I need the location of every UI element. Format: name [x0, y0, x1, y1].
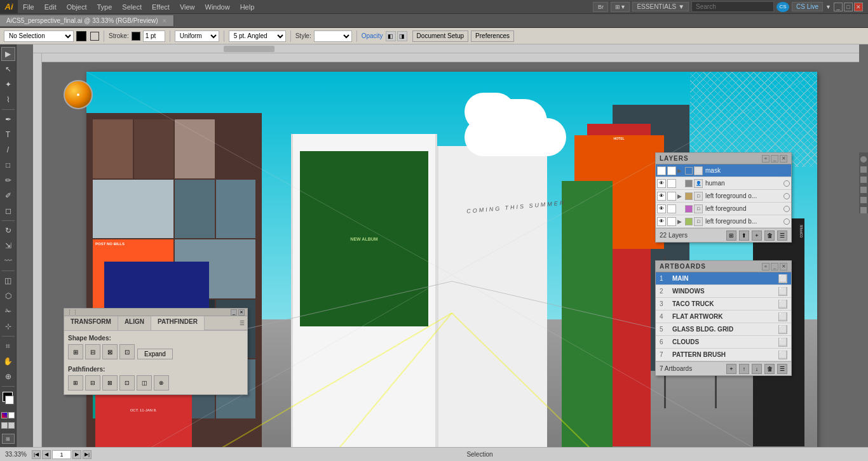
menu-effect[interactable]: Effect	[147, 0, 175, 14]
delete-layer-btn[interactable]: 🗑	[764, 230, 775, 241]
eyedropper-tool[interactable]: ✁	[1, 304, 15, 318]
selection-dropdown[interactable]: No Selection	[4, 30, 74, 42]
tab-pathfinder[interactable]: PATHFINDER	[151, 316, 205, 330]
panel-icon-5[interactable]	[860, 197, 867, 203]
add-btn[interactable]: ⊞	[68, 344, 83, 359]
opacity-icon1[interactable]: ◧	[386, 31, 396, 41]
tab-close-icon[interactable]: ✕	[162, 18, 167, 24]
artboard-icon-7[interactable]: ⬜	[778, 351, 787, 359]
layer-vis-icon[interactable]: 👁	[657, 204, 666, 213]
next-page-btn[interactable]: ▶	[72, 450, 81, 459]
pf-trim-btn[interactable]: ⊟	[85, 375, 100, 391]
magic-wand-tool[interactable]: ✦	[1, 77, 15, 91]
artboard-icon-5[interactable]: ⬜	[778, 325, 787, 334]
pencil-tool[interactable]: ✐	[1, 189, 15, 203]
zoom-tool[interactable]: ⊕	[1, 370, 15, 384]
slice-tool[interactable]: ⌗	[1, 339, 15, 353]
panel-icon-4[interactable]	[860, 187, 867, 193]
layer-row-mask[interactable]: 👁 ▶ □ mask	[656, 164, 791, 177]
panel-menu-btn[interactable]: ☰	[237, 316, 247, 330]
layers-panel-collapse[interactable]: «	[762, 155, 770, 163]
layer-row-left-fg[interactable]: 👁 □ left foreground	[656, 203, 791, 215]
h-scroll-thumb[interactable]	[224, 46, 275, 52]
menu-file[interactable]: File	[18, 0, 39, 14]
menu-help[interactable]: Help	[235, 0, 260, 14]
layer-target-icon[interactable]	[783, 180, 790, 187]
screen-mode-btn[interactable]: ⊞▼	[611, 2, 630, 12]
angled-dropdown[interactable]: 5 pt. Angled	[229, 30, 286, 42]
artboard-row-3[interactable]: 3 TACO TRUCK ⬜	[656, 298, 791, 311]
panel-icon-6[interactable]	[860, 207, 867, 213]
direct-selection-tool[interactable]: ↖	[1, 62, 15, 76]
measure-tool[interactable]: ⊹	[1, 319, 15, 333]
artboard-icon-1[interactable]: ⬜	[778, 274, 787, 283]
layer-vis-icon[interactable]: 👁	[657, 217, 666, 226]
background-color[interactable]	[5, 396, 14, 404]
menu-window[interactable]: Window	[200, 0, 235, 14]
layer-lock-icon[interactable]	[667, 166, 676, 175]
new-layer-btn[interactable]: +	[752, 230, 762, 241]
delete-artboard-btn[interactable]: 🗑	[764, 364, 775, 374]
layer-expand-arrow[interactable]: ▶	[677, 218, 684, 225]
layer-name-mask[interactable]: mask	[704, 167, 778, 174]
first-page-btn[interactable]: |◀	[32, 450, 41, 459]
color-icon[interactable]	[1, 412, 8, 418]
cs-live-button[interactable]: CS Live	[792, 2, 823, 11]
tab-align[interactable]: ALIGN	[118, 316, 151, 330]
rotate-tool[interactable]: ↻	[1, 224, 15, 237]
last-page-btn[interactable]: ▶|	[83, 450, 92, 459]
new-artboard-btn[interactable]: +	[726, 364, 736, 374]
artboard-row-7[interactable]: 7 PATTERN BRUSH ⬜	[656, 349, 791, 361]
canvas-area[interactable]: ●	[17, 44, 868, 447]
page-number[interactable]: 1	[52, 450, 71, 459]
layers-panel-close[interactable]: ✕	[780, 155, 787, 163]
layer-lock-icon[interactable]	[667, 204, 676, 213]
drawing-mode-icon[interactable]	[8, 422, 15, 429]
move-to-layer-btn[interactable]: ⬆	[739, 230, 749, 241]
artboard-row-5[interactable]: 5 GLASS BLDG. GRID ⬜	[656, 323, 791, 336]
type-tool[interactable]: T	[1, 128, 15, 142]
layer-name-lfo[interactable]: left foreground o...	[704, 192, 782, 199]
lasso-tool[interactable]: ⌇	[1, 93, 15, 107]
artboard-row-1[interactable]: 1 MAIN ⬜	[656, 272, 791, 285]
line-tool[interactable]: /	[1, 143, 15, 157]
layer-target-icon[interactable]	[783, 193, 790, 199]
layer-target-icon[interactable]	[783, 218, 790, 225]
opacity-icon2[interactable]: ◨	[397, 31, 407, 41]
artboard-row-4[interactable]: 4 FLAT ARTWORK ⬜	[656, 311, 791, 323]
menu-object[interactable]: Object	[62, 0, 92, 14]
pf-divide-btn[interactable]: ⊞	[68, 375, 83, 391]
layer-row-left-fg-b[interactable]: 👁 ▶ □ left foreground b...	[656, 215, 791, 228]
cs-icon[interactable]: CS	[776, 2, 789, 12]
menu-type[interactable]: Type	[92, 0, 118, 14]
layer-vis-icon[interactable]: 👁	[657, 166, 666, 175]
transform-drag-bar[interactable]: ⋮⋮ _ ✕	[64, 309, 247, 316]
preferences-button[interactable]: Preferences	[471, 30, 514, 42]
expand-button[interactable]: Expand	[137, 349, 173, 359]
layer-name-lfb[interactable]: left foreground b...	[704, 218, 782, 225]
artboard-row-2[interactable]: 2 WINDOWS ⬜	[656, 285, 791, 298]
gradient-tool[interactable]: ◫	[1, 274, 15, 288]
subtract-btn[interactable]: ⊟	[85, 344, 100, 359]
layer-vis-icon[interactable]: 👁	[657, 192, 666, 201]
layer-lock-icon[interactable]	[667, 192, 676, 201]
exclude-btn[interactable]: ⊡	[119, 344, 135, 359]
rect-tool[interactable]: □	[1, 158, 15, 172]
move-artboard-up-btn[interactable]: ↑	[739, 364, 749, 374]
pen-tool[interactable]: ✒	[1, 112, 15, 126]
artboard-icon-6[interactable]: ⬜	[778, 338, 787, 347]
opacity-label[interactable]: Opacity	[362, 32, 383, 39]
layer-options-btn[interactable]: ☰	[777, 230, 787, 241]
artboard-icon-4[interactable]: ⬜	[778, 312, 787, 321]
make-sublayer-btn[interactable]: ⊞	[726, 230, 736, 241]
stroke-color-swatch[interactable]	[132, 32, 140, 41]
normal-view-icon[interactable]	[1, 422, 8, 429]
style-dropdown[interactable]	[314, 30, 352, 42]
screen-mode-icon[interactable]: ⊞	[2, 434, 15, 444]
layer-name-human[interactable]: human	[704, 180, 782, 187]
layer-expand-arrow[interactable]: ▶	[677, 168, 684, 174]
artboards-panel-close[interactable]: ✕	[780, 263, 787, 271]
layers-panel-minimize[interactable]: _	[771, 155, 778, 163]
layer-target-icon[interactable]	[783, 206, 790, 212]
layer-lock-icon[interactable]	[667, 179, 676, 188]
